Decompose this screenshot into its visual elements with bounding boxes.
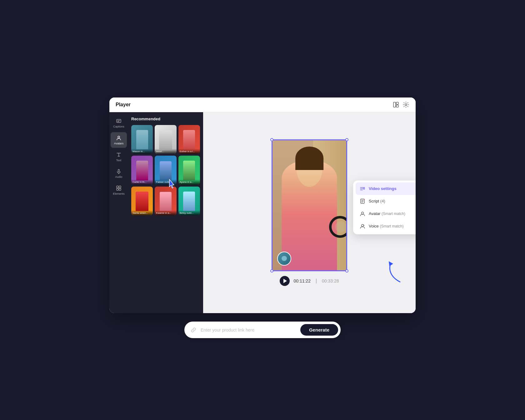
- link-icon: [191, 327, 196, 333]
- svg-point-12: [363, 188, 365, 189]
- sidebar-captions-label: Captions: [113, 125, 124, 128]
- sidebar-item-text[interactable]: Text: [111, 149, 127, 165]
- title-bar: Player: [109, 98, 416, 112]
- video-frame-wrapper: [272, 140, 347, 271]
- settings-item-script[interactable]: Script (4): [356, 195, 416, 207]
- settings-gear-icon[interactable]: [402, 101, 409, 108]
- player-controls: 00:11:22 | 00:33:28: [280, 276, 339, 286]
- settings-item-video[interactable]: Video settings: [356, 182, 416, 195]
- avatar-card-7[interactable]: Santa weari...: [131, 187, 153, 215]
- avatar-label-6: Ayana in a...: [178, 179, 200, 185]
- avatar-card-9[interactable]: Betsy outd...: [178, 187, 200, 215]
- svg-marker-16: [389, 261, 393, 266]
- video-settings-label: Video settings: [369, 186, 397, 191]
- svg-point-15: [362, 224, 364, 227]
- text-icon: [116, 152, 122, 158]
- avatar-label-5: Fabian outd...: [155, 179, 176, 185]
- mini-avatar-overlay: [277, 252, 291, 266]
- handle-top-right[interactable]: [345, 138, 348, 141]
- captions-icon: [116, 118, 122, 124]
- svg-rect-6: [118, 169, 119, 172]
- avatar-label-mason: Mason in...: [131, 149, 153, 154]
- voice-settings-icon: [359, 223, 366, 229]
- play-button[interactable]: [280, 276, 290, 286]
- sidebar-narrow: Captions Avatars: [109, 112, 128, 313]
- main-content: Captions Avatars: [109, 112, 416, 313]
- video-frame: [272, 140, 347, 271]
- avatar-card-5[interactable]: Fabian outd...: [155, 156, 176, 184]
- arrow-annotation: [381, 257, 406, 282]
- sidebar-text-label: Text: [116, 159, 122, 162]
- mini-avatar-face: [278, 252, 291, 265]
- avatar-panel: Recommended Mason in... weari...: [128, 112, 203, 313]
- avatar-label-9: Betsy outd...: [178, 210, 200, 216]
- svg-rect-0: [393, 102, 396, 107]
- script-label: Script (4): [369, 199, 385, 203]
- panel-section-title: Recommended: [131, 117, 200, 121]
- avatar-label-2: weari...: [155, 149, 176, 154]
- svg-rect-11: [119, 188, 121, 190]
- svg-rect-4: [117, 119, 121, 122]
- settings-panel: Video settings Script (4): [353, 180, 416, 234]
- canvas-area: 00:11:22 | 00:33:28 Video se: [203, 112, 416, 313]
- avatar-detail: (Smart match): [382, 212, 405, 216]
- avatar-label-8: Kwame in a...: [155, 210, 176, 216]
- script-count: (4): [380, 199, 385, 203]
- play-icon: [283, 279, 287, 283]
- svg-point-14: [362, 212, 364, 214]
- generate-button[interactable]: Generate: [300, 324, 338, 336]
- avatar-label-7: Santa weari...: [131, 210, 153, 216]
- svg-rect-1: [396, 102, 398, 104]
- avatar-label-4: Carlie in th...: [131, 179, 153, 185]
- avatar-card-mason[interactable]: Mason in...: [131, 125, 153, 154]
- svg-point-3: [405, 104, 407, 106]
- time-separator: |: [316, 278, 317, 284]
- handle-bottom-right[interactable]: [345, 269, 348, 272]
- sidebar-elements-label: Elements: [113, 192, 125, 196]
- avatar-card-2[interactable]: weari...: [155, 125, 176, 154]
- app-title: Player: [116, 102, 131, 108]
- sidebar-item-audio[interactable]: Audio: [111, 166, 127, 181]
- avatar-settings-icon: [359, 210, 366, 217]
- svg-point-5: [118, 136, 120, 138]
- script-icon: [359, 198, 366, 204]
- avatar-card-3[interactable]: Esther in a l...: [178, 125, 200, 154]
- settings-item-avatar[interactable]: Avatar (Smart match): [356, 207, 416, 220]
- settings-item-voice[interactable]: Voice (Smart match): [356, 220, 416, 232]
- bottom-bar: Generate: [184, 322, 341, 338]
- avatar-settings-label: Avatar (Smart match): [369, 211, 405, 216]
- avatar-grid: Mason in... weari... Esther in a l...: [131, 125, 200, 215]
- sidebar-item-captions[interactable]: Captions: [111, 115, 127, 131]
- avatars-icon: [116, 135, 122, 141]
- voice-detail: (Smart match): [380, 224, 403, 228]
- total-time: 00:33:28: [322, 278, 339, 283]
- svg-rect-9: [119, 186, 121, 188]
- svg-rect-2: [396, 105, 398, 107]
- voice-settings-label: Voice (Smart match): [369, 224, 403, 228]
- title-bar-icons: [392, 101, 409, 108]
- avatar-card-6[interactable]: Ayana in a...: [178, 156, 200, 184]
- sidebar-item-avatars[interactable]: Avatars: [111, 132, 127, 148]
- avatar-label-3: Esther in a l...: [178, 149, 200, 154]
- sidebar-item-elements[interactable]: Elements: [111, 182, 127, 198]
- avatar-card-8[interactable]: Kwame in a...: [155, 187, 176, 215]
- sidebar-avatars-label: Avatars: [114, 142, 123, 145]
- elements-icon: [116, 185, 122, 191]
- video-settings-icon: [359, 185, 366, 192]
- layout-icon[interactable]: [392, 101, 399, 108]
- outer-container: Player: [91, 88, 434, 332]
- handle-bottom-left[interactable]: [270, 269, 273, 272]
- svg-rect-8: [117, 186, 118, 188]
- audio-icon: [116, 168, 122, 174]
- sidebar-audio-label: Audio: [115, 175, 122, 179]
- svg-rect-10: [117, 188, 118, 190]
- video-content: [272, 140, 346, 270]
- avatar-card-4[interactable]: Carlie in th...: [131, 156, 153, 184]
- app-window: Player: [109, 98, 416, 313]
- product-link-input[interactable]: [198, 326, 300, 334]
- current-time: 00:11:22: [293, 278, 311, 283]
- handle-top-left[interactable]: [270, 138, 273, 141]
